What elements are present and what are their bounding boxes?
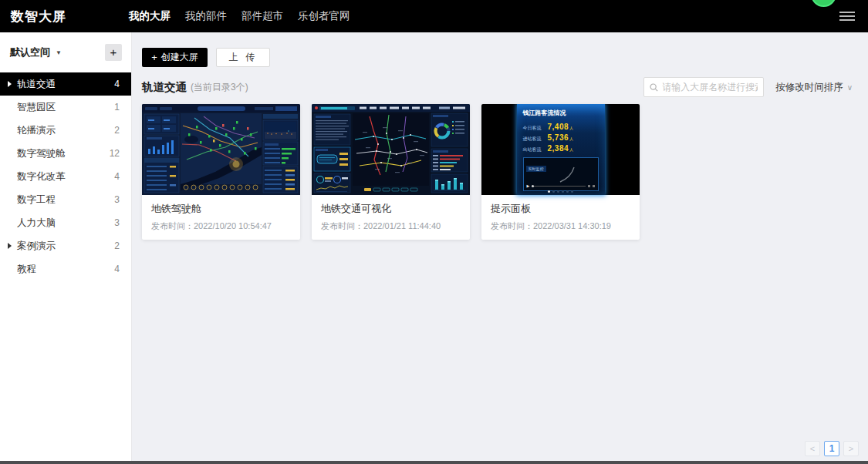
- live-monitor-panel: 实时监控 ▶: [523, 157, 599, 191]
- panel-title: 钱江路客流情况: [523, 109, 599, 117]
- nav-tab-my-screens[interactable]: 我的大屏: [129, 9, 171, 23]
- stat-row: 出站客流 2,384 人: [523, 144, 599, 153]
- add-folder-button[interactable]: +: [105, 44, 122, 61]
- item-count: 4: [114, 171, 120, 182]
- item-count: 12: [110, 148, 120, 159]
- video-progress-bar[interactable]: [532, 186, 585, 187]
- sidebar-item-digital-cockpit[interactable]: 数字驾驶舱 12: [0, 142, 131, 165]
- folder-list: 轨道交通 4 智慧园区 1 轮播演示 2 数字驾驶舱 12 数字化改革 4 数字…: [0, 72, 131, 281]
- city-photo: [265, 122, 296, 139]
- item-count: 2: [114, 125, 120, 136]
- item-count: 4: [114, 264, 120, 274]
- card-footer: 地铁驾驶舱 发布时间：2022/10/20 10:54:47: [142, 195, 300, 240]
- top-navbar: 数智大屏 我的大屏 我的部件 部件超市 乐创者官网: [0, 0, 868, 32]
- toolbar: + 创建大屏 上 传: [142, 48, 868, 67]
- dashboard-thumbnail-prompt-panel: 钱江路客流情况 今日客流 7,408 人 进站客流 5,736 人 出站客流 2…: [481, 104, 640, 195]
- sort-dropdown[interactable]: 按修改时间排序 ∨: [775, 81, 853, 94]
- prev-page-button[interactable]: <: [805, 441, 820, 456]
- expand-arrow-icon: [8, 243, 12, 249]
- item-count: 3: [114, 194, 120, 205]
- item-count: 4: [114, 79, 120, 89]
- next-page-button[interactable]: >: [843, 441, 859, 456]
- map-area: [181, 113, 262, 190]
- sidebar-item-digital-reform[interactable]: 数字化改革 4: [0, 165, 131, 188]
- page-number-1[interactable]: 1: [824, 441, 839, 456]
- expand-arrow-icon: [8, 81, 12, 87]
- create-screen-button[interactable]: + 创建大屏: [142, 48, 208, 67]
- screen-card-metro-cockpit[interactable]: 地铁驾驶舱 发布时间：2022/10/20 10:54:47: [142, 104, 300, 240]
- fullscreen-icon[interactable]: [593, 185, 595, 187]
- card-footer: 提示面板 发布时间：2022/03/31 14:30:19: [481, 195, 640, 240]
- item-count: 3: [114, 217, 120, 228]
- card-publish-time: 发布时间：2022/03/31 14:30:19: [491, 220, 630, 232]
- item-count: 2: [114, 240, 120, 251]
- sidebar: 默认空间 ▼ + 轨道交通 4 智慧园区 1 轮播演示 2 数字驾驶舱 12 数…: [0, 32, 132, 461]
- monitor-video-frame: [526, 166, 596, 183]
- carousel-dots[interactable]: [517, 190, 605, 193]
- nav-tabs: 我的大屏 我的部件 部件超市 乐创者官网: [129, 9, 350, 23]
- card-title: 提示面板: [491, 202, 630, 216]
- card-publish-time: 发布时间：2022/10/20 10:54:47: [151, 220, 291, 232]
- search-box[interactable]: [643, 77, 764, 97]
- section-bar: 轨道交通 (当前目录3个) 按修改时间排序 ∨: [142, 77, 853, 97]
- sidebar-item-hr-brain[interactable]: 人力大脑 3: [0, 211, 131, 234]
- stat-row: 今日客流 7,408 人: [523, 123, 599, 132]
- passenger-flow-panel: 钱江路客流情况 今日客流 7,408 人 进站客流 5,736 人 出站客流 2…: [517, 104, 605, 195]
- space-caret-icon[interactable]: ▼: [56, 49, 62, 56]
- search-input[interactable]: [662, 82, 758, 92]
- metro-map: [353, 113, 429, 191]
- search-icon: [650, 83, 658, 92]
- section-title: 轨道交通: [142, 80, 187, 95]
- sidebar-item-case-demo[interactable]: 案例演示 2: [0, 234, 131, 257]
- pagination: < 1 >: [805, 441, 859, 456]
- sidebar-item-rail-transit[interactable]: 轨道交通 4: [0, 72, 131, 96]
- nav-tab-my-widgets[interactable]: 我的部件: [185, 9, 227, 23]
- card-publish-time: 发布时间：2022/01/21 11:44:40: [321, 220, 461, 232]
- volume-icon[interactable]: [588, 185, 590, 187]
- play-icon[interactable]: ▶: [527, 184, 530, 188]
- chevron-down-icon: ∨: [847, 83, 853, 92]
- sidebar-item-smart-park[interactable]: 智慧园区 1: [0, 96, 131, 119]
- section-subtitle: (当前目录3个): [191, 81, 248, 94]
- app-logo: 数智大屏: [11, 8, 127, 25]
- dashboard-thumbnail-metro-visualization: [312, 104, 470, 195]
- space-selector-row: 默认空间 ▼ +: [0, 32, 131, 69]
- card-title: 地铁驾驶舱: [151, 202, 291, 216]
- space-name[interactable]: 默认空间: [10, 45, 50, 59]
- user-avatar[interactable]: [811, 0, 836, 7]
- nav-tab-official-site[interactable]: 乐创者官网: [298, 9, 350, 23]
- sidebar-item-digital-engineering[interactable]: 数字工程 3: [0, 188, 131, 211]
- card-title: 地铁交通可视化: [321, 202, 461, 216]
- video-controls: ▶: [527, 184, 595, 188]
- stat-row: 进站客流 5,736 人: [523, 133, 599, 143]
- screen-card-prompt-panel[interactable]: 钱江路客流情况 今日客流 7,408 人 进站客流 5,736 人 出站客流 2…: [481, 104, 640, 240]
- sidebar-item-tutorial[interactable]: 教程 4: [0, 257, 131, 281]
- upload-button[interactable]: 上 传: [216, 48, 270, 67]
- screen-card-grid: 地铁驾驶舱 发布时间：2022/10/20 10:54:47: [142, 104, 868, 240]
- dashboard-thumbnail-metro-cockpit: [142, 104, 300, 195]
- hamburger-menu-icon[interactable]: [839, 9, 855, 23]
- train-graphic: [317, 155, 337, 163]
- sidebar-item-carousel-demo[interactable]: 轮播演示 2: [0, 119, 131, 142]
- screen-card-metro-visualization[interactable]: 地铁交通可视化 发布时间：2022/01/21 11:44:40: [312, 104, 470, 240]
- nav-tab-widget-market[interactable]: 部件超市: [241, 9, 283, 23]
- plus-icon: +: [151, 52, 157, 62]
- main-content: + 创建大屏 上 传 轨道交通 (当前目录3个) 按修改时间排序 ∨: [133, 32, 868, 461]
- window-bottom-bar: [0, 461, 868, 464]
- item-count: 1: [114, 102, 120, 113]
- card-footer: 地铁交通可视化 发布时间：2022/01/21 11:44:40: [312, 195, 470, 240]
